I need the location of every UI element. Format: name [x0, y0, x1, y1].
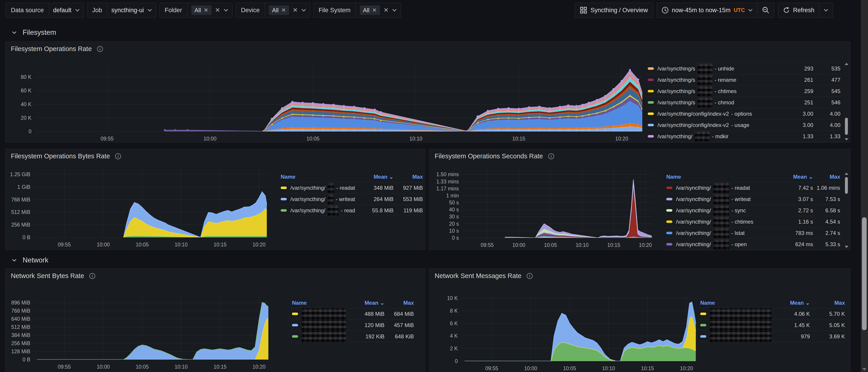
panel-header[interactable]: Filesystem Operations Seconds Rate — [435, 153, 554, 160]
filter-value[interactable]: default — [49, 3, 84, 18]
legend-row[interactable]: /var/syncthing/- writeat3.07 s7.53 s — [665, 194, 840, 205]
legend-col-max[interactable]: Max — [384, 300, 414, 306]
section-network[interactable]: Network — [12, 256, 49, 264]
refresh-interval-dropdown[interactable] — [819, 3, 833, 18]
selected-option-chip[interactable]: All✕ — [191, 5, 212, 15]
legend-row[interactable]: /var/syncthing/s- chtimes259545 — [646, 86, 840, 97]
filter-pill-folder[interactable]: FolderAll✕✕ — [159, 3, 232, 18]
scrollbar-thumb[interactable] — [845, 118, 848, 135]
legend-row[interactable]: /var/syncthing/config/index-v2- options3… — [646, 108, 840, 120]
info-icon[interactable] — [527, 273, 533, 279]
remove-option-icon[interactable]: ✕ — [204, 7, 208, 13]
series-color-swatch[interactable] — [648, 101, 654, 104]
dashboard-picker-button[interactable]: Syncthing / Overview — [575, 3, 653, 18]
legend-col-mean[interactable]: Mean ⌄ — [355, 174, 394, 180]
section-filesystem[interactable]: Filesystem — [12, 29, 56, 37]
scroll-up-icon[interactable] — [845, 63, 848, 65]
legend-row[interactable]: /var/syncthing/- read55.8 MiB119 MiB — [279, 205, 423, 216]
legend-row[interactable]: /var/syncthing/s- unhide293535 — [646, 63, 840, 74]
scroll-down-icon[interactable] — [845, 246, 848, 248]
series-color-swatch[interactable] — [648, 90, 654, 92]
series-color-swatch[interactable] — [648, 112, 654, 115]
legend-col-mean[interactable]: Mean ⌄ — [346, 300, 384, 306]
series-color-swatch[interactable] — [292, 324, 298, 326]
legend-row[interactable]: 120 MiB457 MiB — [290, 319, 414, 331]
filter-value[interactable]: All✕✕ — [356, 3, 401, 18]
legend-col-name[interactable]: Name — [665, 174, 777, 180]
series-color-swatch[interactable] — [666, 198, 672, 200]
legend-row[interactable]: /var/syncthing/- writeat264 MiB553 MiB — [279, 194, 423, 205]
legend-col-max[interactable]: Max — [394, 174, 423, 180]
legend-col-name[interactable]: Name — [290, 300, 346, 306]
clear-all-icon[interactable]: ✕ — [293, 7, 298, 13]
legend-row[interactable]: /var/syncthing/- mdkir1.331.33 — [646, 131, 840, 142]
refresh-button[interactable]: Refresh — [778, 3, 819, 18]
series-color-swatch[interactable] — [648, 135, 654, 138]
legend-row[interactable]: /var/syncthing/s- rename261477 — [646, 74, 840, 86]
filter-pill-file-system[interactable]: File SystemAll✕✕ — [313, 3, 401, 18]
legend-col-mean[interactable]: Mean ⌄ — [777, 174, 813, 180]
legend-row[interactable]: /var/syncthing/s- chmod251546 — [646, 97, 840, 108]
series-color-swatch[interactable] — [700, 313, 706, 315]
clear-all-icon[interactable]: ✕ — [215, 7, 220, 13]
legend-row[interactable]: /var/syncthing/- sync2.72 s6.58 s — [665, 205, 840, 216]
series-color-swatch[interactable] — [666, 221, 672, 223]
legend-col-mean[interactable]: Mean ⌄ — [771, 300, 810, 306]
series-color-swatch[interactable] — [666, 209, 672, 212]
time-series-chart-fs-bytes-rate[interactable]: 0 B256 MiB512 MiB768 MiB1 GiB1.25 GiB09:… — [9, 162, 275, 250]
time-series-chart-fs-ops-rate[interactable]: 020 K40 K60 K80 K09:5510:0010:0510:1010:… — [10, 61, 648, 144]
time-series-chart-net-sent-msgs[interactable]: 02 K4 K6 K8 K10 K09:5510:0010:0510:1010:… — [436, 293, 702, 372]
legend-col-name[interactable]: Name — [699, 300, 771, 306]
filter-pill-device[interactable]: DeviceAll✕✕ — [236, 3, 310, 18]
series-color-swatch[interactable] — [281, 209, 287, 212]
panel-header[interactable]: Filesystem Operations Rate — [11, 45, 103, 53]
page-scrollbar-thumb[interactable] — [862, 217, 867, 330]
legend-col-name[interactable]: Name — [279, 174, 355, 180]
selected-option-chip[interactable]: All✕ — [269, 5, 289, 15]
info-icon[interactable] — [89, 273, 95, 279]
series-color-swatch[interactable] — [281, 187, 287, 189]
series-color-swatch[interactable] — [700, 335, 706, 338]
page-scrollbar[interactable] — [861, 0, 868, 372]
series-color-swatch[interactable] — [666, 187, 672, 189]
legend-row[interactable]: 9793.69 K — [699, 331, 845, 342]
legend-row[interactable]: /var/syncthing/- readat348 MiB927 MiB — [279, 182, 423, 194]
time-series-chart-fs-seconds-rate[interactable]: 0 s10 s20 s30 s40 s50 s1 min1.17 mins1.3… — [435, 163, 659, 250]
selected-option-chip[interactable]: All✕ — [360, 5, 380, 15]
legend-row[interactable]: 4.06 K5.70 K — [699, 308, 845, 319]
info-icon[interactable] — [97, 46, 103, 52]
series-color-swatch[interactable] — [292, 313, 298, 315]
remove-option-icon[interactable]: ✕ — [372, 7, 377, 13]
zoom-out-button[interactable] — [757, 3, 774, 18]
series-color-swatch[interactable] — [666, 232, 672, 234]
legend-scrollbar[interactable] — [844, 172, 849, 248]
series-color-swatch[interactable] — [700, 324, 706, 326]
legend-row[interactable]: /var/syncthing/- chtimes1.16 s4.54 s — [665, 216, 840, 228]
filter-value[interactable]: All✕✕ — [265, 3, 310, 18]
time-series-chart-net-sent-bytes[interactable]: 0 B128 MiB256 MiB384 MiB512 MiB640 MiB76… — [9, 293, 275, 372]
filter-value[interactable]: All✕✕ — [187, 3, 232, 18]
scroll-up-icon[interactable] — [845, 173, 848, 175]
scrollbar-thumb[interactable] — [845, 177, 848, 194]
scroll-down-icon[interactable] — [862, 368, 866, 371]
series-color-swatch[interactable] — [292, 335, 298, 338]
info-icon[interactable] — [115, 153, 121, 160]
series-color-swatch[interactable] — [648, 78, 654, 81]
legend-col-max[interactable]: Max — [813, 174, 840, 180]
series-color-swatch[interactable] — [281, 198, 287, 200]
panel-header[interactable]: Network Sent Messages Rate — [435, 272, 533, 280]
series-color-swatch[interactable] — [666, 243, 672, 245]
legend-row[interactable]: /var/syncthing/config/index-v2- usage3.0… — [646, 120, 840, 131]
remove-option-icon[interactable]: ✕ — [281, 7, 286, 13]
legend-scrollbar[interactable] — [844, 62, 849, 141]
series-color-swatch[interactable] — [648, 124, 654, 126]
legend-row[interactable]: 488 MiB684 MiB — [290, 308, 414, 319]
legend-row[interactable]: /var/syncthing/- readat7.42 s1.06 mins — [665, 182, 840, 194]
panel-header[interactable]: Filesystem Operations Bytes Rate — [11, 153, 121, 160]
clear-all-icon[interactable]: ✕ — [383, 7, 389, 13]
filter-pill-data-source[interactable]: Data sourcedefault — [6, 3, 84, 18]
info-icon[interactable] — [548, 153, 554, 160]
legend-row[interactable]: /var/syncthing/- open624 ms5.33 s — [665, 239, 840, 250]
legend-row[interactable]: 1.45 K5.05 K — [699, 319, 845, 331]
filter-pill-job[interactable]: Jobsyncthing-ui — [87, 3, 156, 18]
